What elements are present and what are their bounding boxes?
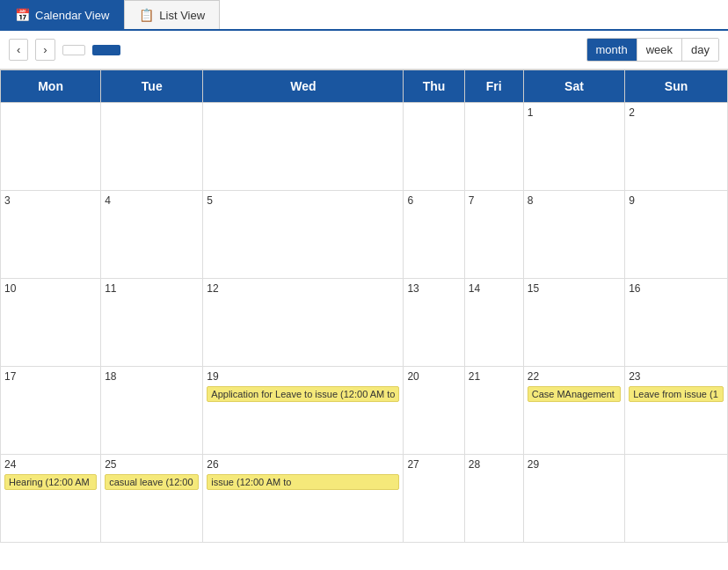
day-number: 28 bbox=[469, 458, 520, 471]
day-number: 19 bbox=[207, 370, 399, 383]
calendar-header-tue: Tue bbox=[101, 70, 203, 103]
calendar-week-2: 10111213141516 bbox=[1, 279, 728, 367]
tab-list-view[interactable]: 📋 List View bbox=[124, 0, 220, 29]
calendar-event[interactable]: Case MAnagement bbox=[528, 386, 621, 402]
calendar-header-thu: Thu bbox=[404, 70, 464, 103]
calendar-week-1: 3456789 bbox=[1, 191, 728, 279]
view-buttons: month week day bbox=[586, 38, 719, 62]
calendar-cell[interactable]: 17 bbox=[1, 367, 101, 455]
calendar-cell[interactable]: 11 bbox=[101, 279, 203, 367]
calendar-body: 12345678910111213141516171819Application… bbox=[1, 103, 728, 543]
calendar-cell[interactable]: 21 bbox=[464, 367, 523, 455]
calendar-cell[interactable]: 27 bbox=[404, 455, 464, 543]
calendar-cell[interactable]: 6 bbox=[404, 191, 464, 279]
top-tabs: 📅 Calendar View 📋 List View bbox=[0, 0, 728, 31]
calendar-cell[interactable]: 1 bbox=[523, 103, 624, 191]
calendar-cell[interactable]: 15 bbox=[523, 279, 624, 367]
day-number: 12 bbox=[207, 282, 399, 295]
calendar-cell[interactable]: 18 bbox=[101, 367, 203, 455]
calendar-cell[interactable]: 29 bbox=[523, 455, 624, 543]
calendar-week-4: 24Hearing (12:00 AM25casual leave (12:00… bbox=[1, 455, 728, 543]
toolbar: ‹ › month week day bbox=[0, 31, 728, 69]
calendar-week-3: 171819Application for Leave to issue (12… bbox=[1, 367, 728, 455]
calendar-week-0: 12 bbox=[1, 103, 728, 191]
day-number: 20 bbox=[407, 370, 460, 383]
day-number: 16 bbox=[629, 282, 724, 295]
calendar-cell[interactable]: 28 bbox=[464, 455, 523, 543]
calendar-header-fri: Fri bbox=[464, 70, 523, 103]
day-number: 3 bbox=[4, 194, 97, 207]
calendar-cell[interactable]: 14 bbox=[464, 279, 523, 367]
view-day-button[interactable]: day bbox=[682, 39, 718, 61]
calendar-header-row: MonTueWedThuFriSatSun bbox=[1, 70, 728, 103]
calendar-event[interactable]: casual leave (12:00 bbox=[105, 474, 199, 490]
calendar-cell[interactable] bbox=[464, 103, 523, 191]
calendar-cell[interactable]: 8 bbox=[523, 191, 624, 279]
calendar-event[interactable]: Leave from issue (1 bbox=[629, 386, 724, 402]
calendar-event[interactable]: issue (12:00 AM to bbox=[207, 474, 399, 490]
list-icon: 📋 bbox=[139, 8, 154, 22]
calendar-header-sat: Sat bbox=[523, 70, 624, 103]
calendar-icon: 📅 bbox=[15, 8, 30, 22]
calendar-header-wed: Wed bbox=[203, 70, 404, 103]
calendar-cell[interactable]: 25casual leave (12:00 bbox=[101, 455, 203, 543]
prev-button[interactable]: ‹ bbox=[9, 39, 28, 61]
day-number: 2 bbox=[629, 106, 724, 119]
calendar-cell[interactable]: 19Application for Leave to issue (12:00 … bbox=[203, 367, 404, 455]
day-number: 23 bbox=[629, 370, 724, 383]
next-button[interactable]: › bbox=[35, 39, 55, 61]
day-number: 18 bbox=[105, 370, 199, 383]
new-appointment-button[interactable] bbox=[92, 45, 120, 55]
day-number: 29 bbox=[528, 458, 621, 471]
day-number: 6 bbox=[407, 194, 460, 207]
calendar-event[interactable]: Hearing (12:00 AM bbox=[4, 474, 97, 490]
calendar-cell[interactable]: 2 bbox=[625, 103, 728, 191]
view-month-button[interactable]: month bbox=[587, 39, 637, 61]
day-number: 4 bbox=[105, 194, 199, 207]
calendar-table: MonTueWedThuFriSatSun 123456789101112131… bbox=[0, 69, 728, 543]
calendar-cell[interactable]: 22Case MAnagement bbox=[523, 367, 624, 455]
calendar-cell[interactable]: 24Hearing (12:00 AM bbox=[1, 455, 101, 543]
day-number: 27 bbox=[407, 458, 460, 471]
day-number: 24 bbox=[4, 458, 97, 471]
calendar-cell[interactable]: 5 bbox=[203, 191, 404, 279]
calendar-cell[interactable] bbox=[101, 103, 203, 191]
day-number: 11 bbox=[105, 282, 199, 295]
calendar-event[interactable]: Application for Leave to issue (12:00 AM… bbox=[207, 386, 399, 402]
day-number: 5 bbox=[207, 194, 399, 207]
calendar-cell[interactable]: 9 bbox=[625, 191, 728, 279]
calendar-cell[interactable]: 12 bbox=[203, 279, 404, 367]
calendar-cell[interactable]: 4 bbox=[101, 191, 203, 279]
day-number: 1 bbox=[528, 106, 621, 119]
day-number: 7 bbox=[469, 194, 520, 207]
calendar-cell[interactable]: 16 bbox=[625, 279, 728, 367]
calendar-header-mon: Mon bbox=[1, 70, 101, 103]
calendar-cell[interactable]: 7 bbox=[464, 191, 523, 279]
calendar-cell[interactable]: 26issue (12:00 AM to bbox=[203, 455, 404, 543]
calendar-cell[interactable]: 10 bbox=[1, 279, 101, 367]
day-number: 14 bbox=[469, 282, 520, 295]
day-number: 21 bbox=[469, 370, 520, 383]
calendar-cell[interactable]: 3 bbox=[1, 191, 101, 279]
calendar-cell[interactable] bbox=[625, 455, 728, 543]
tab-calendar-view[interactable]: 📅 Calendar View bbox=[0, 0, 124, 29]
calendar-cell[interactable]: 13 bbox=[404, 279, 464, 367]
tab-calendar-label: Calendar View bbox=[35, 9, 109, 22]
calendar-cell[interactable]: 23Leave from issue (1 bbox=[625, 367, 728, 455]
calendar-cell[interactable] bbox=[203, 103, 404, 191]
day-number: 15 bbox=[528, 282, 621, 295]
view-week-button[interactable]: week bbox=[637, 39, 682, 61]
day-number: 10 bbox=[4, 282, 97, 295]
tab-list-label: List View bbox=[159, 9, 205, 22]
day-number: 25 bbox=[105, 458, 199, 471]
day-number: 13 bbox=[407, 282, 460, 295]
day-number: 8 bbox=[528, 194, 621, 207]
day-number: 9 bbox=[629, 194, 724, 207]
calendar-cell[interactable] bbox=[404, 103, 464, 191]
today-button[interactable] bbox=[62, 45, 85, 55]
calendar-cell[interactable]: 20 bbox=[404, 367, 464, 455]
day-number: 17 bbox=[4, 370, 97, 383]
day-number: 26 bbox=[207, 458, 399, 471]
day-number: 22 bbox=[528, 370, 621, 383]
calendar-cell[interactable] bbox=[1, 103, 101, 191]
